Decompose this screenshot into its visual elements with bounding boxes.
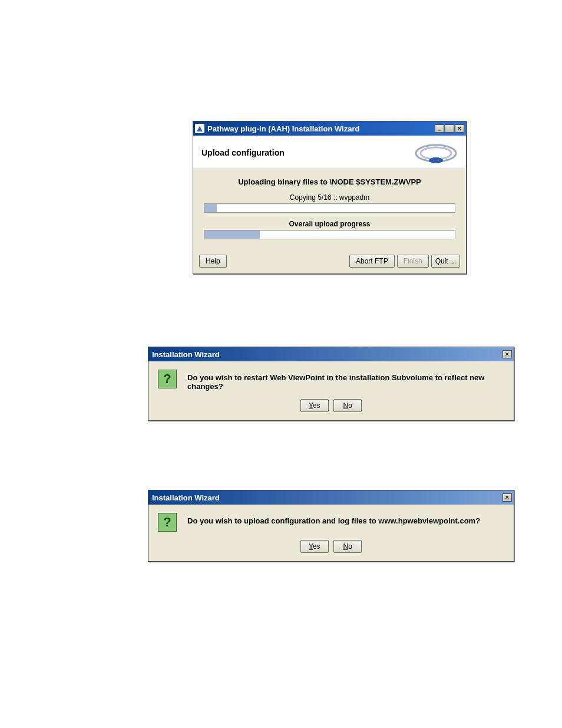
title-bar: Pathway plug-in (AAH) Installation Wizar…	[193, 121, 466, 136]
wizard-content: Uploading binary files to \NODE $SYSTEM.…	[193, 169, 466, 250]
wizard-logo	[414, 141, 458, 164]
upload-target: \NODE $SYSTEM.ZWVPP	[329, 177, 421, 186]
minimize-button[interactable]: _	[435, 124, 444, 133]
dialog-body: ? Do you wish to upload configuration an…	[148, 505, 514, 561]
dialog-title: Installation Wizard	[150, 493, 503, 502]
no-button[interactable]: No	[333, 399, 362, 412]
overall-label: Overall upload progress	[204, 220, 455, 228]
svg-point-2	[429, 157, 443, 163]
yes-button[interactable]: Yes	[300, 399, 329, 412]
dialog-message: Do you wish to restart Web ViewPoint in …	[187, 370, 504, 391]
restart-dialog: Installation Wizard ✕ ? Do you wish to r…	[148, 347, 514, 421]
wizard-button-row: Help Abort FTP Finish Quit ...	[193, 250, 466, 274]
dialog-title: Installation Wizard	[150, 350, 503, 359]
wizard-header: Upload configuration	[193, 136, 466, 169]
dialog-message: Do you wish to upload configuration and …	[187, 513, 480, 525]
title-bar: Installation Wizard ✕	[148, 347, 514, 361]
close-button[interactable]: ✕	[503, 350, 512, 358]
window-title: Pathway plug-in (AAH) Installation Wizar…	[207, 124, 435, 133]
upload-prefix: Uploading binary files to	[238, 177, 329, 186]
pathway-wizard-window: Pathway plug-in (AAH) Installation Wizar…	[193, 121, 467, 274]
yes-button[interactable]: Yes	[300, 540, 329, 553]
close-button[interactable]: ✕	[503, 493, 512, 502]
dialog-body: ? Do you wish to restart Web ViewPoint i…	[148, 361, 514, 420]
wizard-heading: Upload configuration	[201, 148, 285, 157]
help-button[interactable]: Help	[199, 255, 227, 268]
overall-progress-bar	[204, 230, 455, 239]
quit-button[interactable]: Quit ...	[431, 255, 460, 268]
file-progress-fill	[204, 204, 217, 212]
upload-target-line: Uploading binary files to \NODE $SYSTEM.…	[204, 177, 455, 186]
app-icon	[195, 124, 204, 133]
file-progress-bar	[204, 203, 455, 213]
window-controls: _ □ ✕	[435, 124, 464, 133]
upload-config-dialog: Installation Wizard ✕ ? Do you wish to u…	[148, 490, 514, 562]
title-bar: Installation Wizard ✕	[148, 490, 514, 505]
finish-button: Finish	[397, 255, 429, 268]
close-button[interactable]: ✕	[455, 124, 464, 133]
overall-progress-fill	[204, 230, 260, 239]
question-icon: ?	[158, 370, 177, 388]
maximize-button: □	[445, 124, 454, 133]
abort-ftp-button[interactable]: Abort FTP	[349, 255, 395, 268]
question-icon: ?	[158, 513, 177, 532]
no-button[interactable]: No	[333, 540, 362, 553]
copying-line: Copying 5/16 :: wvppadm	[204, 193, 455, 202]
